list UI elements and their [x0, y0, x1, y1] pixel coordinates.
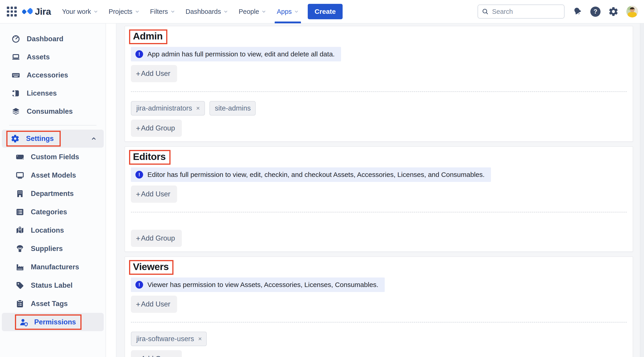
map-pin-icon [15, 226, 25, 235]
section-title-viewers: Viewers [133, 261, 169, 272]
nav-projects[interactable]: Projects [104, 0, 145, 23]
sidebar-item-categories[interactable]: Categories [2, 203, 104, 221]
group-chips-row: jira-administrators × site-admins [131, 101, 627, 116]
sidebar-item-accessories[interactable]: Accessories [2, 66, 104, 84]
section-admin: Admin ! App admin has full permission to… [124, 26, 633, 142]
chevron-up-icon[interactable] [90, 135, 97, 142]
building-icon [15, 189, 25, 198]
nav-dashboards[interactable]: Dashboards [180, 0, 234, 23]
user-avatar[interactable] [626, 6, 638, 18]
factory-icon [15, 262, 25, 272]
info-banner: ! Viewer has permission to view Assets, … [131, 277, 385, 292]
jira-logo[interactable]: Jira [22, 6, 51, 17]
sidebar-item-label: Dashboard [27, 35, 64, 43]
red-annotation-box: Viewers [129, 260, 174, 275]
search-input[interactable] [492, 8, 562, 16]
keyboard-icon [11, 71, 21, 80]
sidebar-item-assets[interactable]: Assets [2, 48, 104, 66]
plus-icon: + [136, 70, 140, 77]
layers-icon [11, 107, 21, 116]
sidebar-item-label: Licenses [27, 89, 57, 97]
settings-gear-icon[interactable] [608, 6, 619, 17]
group-chip[interactable]: site-admins [210, 101, 256, 116]
search-icon [482, 8, 489, 15]
red-annotation-box: Settings [6, 131, 61, 147]
laptop-icon [11, 53, 21, 62]
add-user-button[interactable]: + Add User [131, 296, 177, 313]
app-switcher-icon[interactable] [7, 7, 17, 17]
sidebar-item-label: Departments [31, 190, 74, 198]
sidebar-item-asset-tags[interactable]: Asset Tags [2, 294, 104, 313]
nav-filters[interactable]: Filters [145, 0, 180, 23]
tag-icon [15, 281, 25, 290]
nav-your-work[interactable]: Your work [57, 0, 104, 23]
nav-apps[interactable]: Apps [272, 0, 304, 23]
info-banner-text: App admin has full permission to view, e… [148, 50, 335, 58]
add-group-button[interactable]: + Add Group [131, 120, 182, 137]
sidebar-item-label: Permissions [34, 318, 76, 326]
group-chips-row: jira-software-users × [131, 332, 627, 346]
vertical-scrollbar[interactable] [640, 24, 644, 357]
plus-icon: + [136, 235, 140, 242]
section-title-admin: Admin [133, 31, 162, 42]
group-chip[interactable]: jira-software-users × [131, 332, 207, 346]
sidebar-item-label: Locations [31, 226, 64, 234]
sidebar-item-consumables[interactable]: Consumables [2, 102, 104, 121]
add-user-button[interactable]: + Add User [131, 186, 177, 203]
sidebar-item-licenses[interactable]: Licenses [2, 84, 104, 102]
sidebar-item-custom-fields[interactable]: Custom Fields [2, 148, 104, 166]
info-banner-text: Viewer has permission to view Assets, Ac… [148, 281, 378, 289]
sidebar-item-label: Asset Models [31, 171, 76, 179]
nav-people[interactable]: People [234, 0, 272, 23]
info-icon: ! [136, 281, 143, 289]
add-user-button[interactable]: + Add User [131, 65, 177, 82]
global-search[interactable] [478, 5, 564, 19]
plus-icon: + [136, 125, 140, 132]
sidebar-item-label: Manufacturers [31, 263, 79, 271]
user-shield-icon [19, 317, 29, 327]
sidebar-divider [9, 125, 96, 126]
chevron-down-icon [261, 9, 266, 14]
sidebar-item-status-label[interactable]: Status Label [2, 276, 104, 294]
sidebar-item-suppliers[interactable]: Suppliers [2, 239, 104, 258]
topbar-actions: ? [478, 5, 638, 19]
sidebar-item-label: Assets [27, 53, 50, 61]
add-group-button[interactable]: + Add Group [131, 350, 182, 357]
group-chip-label: jira-administrators [136, 104, 192, 112]
sidebar-item-label: Custom Fields [31, 153, 79, 161]
chevron-down-icon [223, 9, 228, 14]
red-annotation-box: Permissions [15, 314, 82, 330]
sidebar-item-settings[interactable]: Settings [2, 130, 104, 148]
jira-logo-text: Jira [35, 6, 51, 17]
parachute-box-icon [15, 244, 25, 253]
clipboard-icon [15, 299, 25, 308]
sidebar-item-asset-models[interactable]: Asset Models [2, 166, 104, 184]
remove-chip-icon[interactable]: × [198, 335, 202, 342]
sidebar-item-departments[interactable]: Departments [2, 184, 104, 203]
monitor-icon [15, 171, 25, 180]
sidebar-item-locations[interactable]: Locations [2, 221, 104, 239]
gear-icon [10, 134, 20, 143]
section-viewers: Viewers ! Viewer has permission to view … [124, 256, 633, 357]
sidebar-item-label: Status Label [31, 281, 72, 289]
help-icon[interactable]: ? [590, 7, 600, 17]
dashboard-gauge-icon [11, 35, 21, 44]
info-banner-text: Editor has full permission to view, edit… [148, 171, 484, 179]
dashed-divider [131, 91, 627, 92]
jira-logo-mark [22, 6, 32, 17]
remove-chip-icon[interactable]: × [196, 105, 200, 112]
sidebar-item-label: Settings [26, 135, 54, 143]
info-icon: ! [136, 50, 143, 58]
sidebar-item-label: Suppliers [31, 245, 63, 253]
plus-icon: + [136, 191, 140, 198]
sidebar-item-manufacturers[interactable]: Manufacturers [2, 258, 104, 276]
add-group-button[interactable]: + Add Group [131, 230, 182, 247]
group-chip[interactable]: jira-administrators × [131, 101, 205, 116]
list-icon [15, 207, 25, 217]
sidebar-item-dashboard[interactable]: Dashboard [2, 30, 104, 48]
sidebar-item-permissions[interactable]: Permissions [2, 313, 104, 331]
create-button[interactable]: Create [308, 4, 342, 19]
group-chip-label: jira-software-users [136, 335, 194, 343]
jira-permissions-page: Jira Your work Projects Filters Dashboar… [0, 0, 644, 357]
notification-bell-icon[interactable] [572, 6, 583, 17]
